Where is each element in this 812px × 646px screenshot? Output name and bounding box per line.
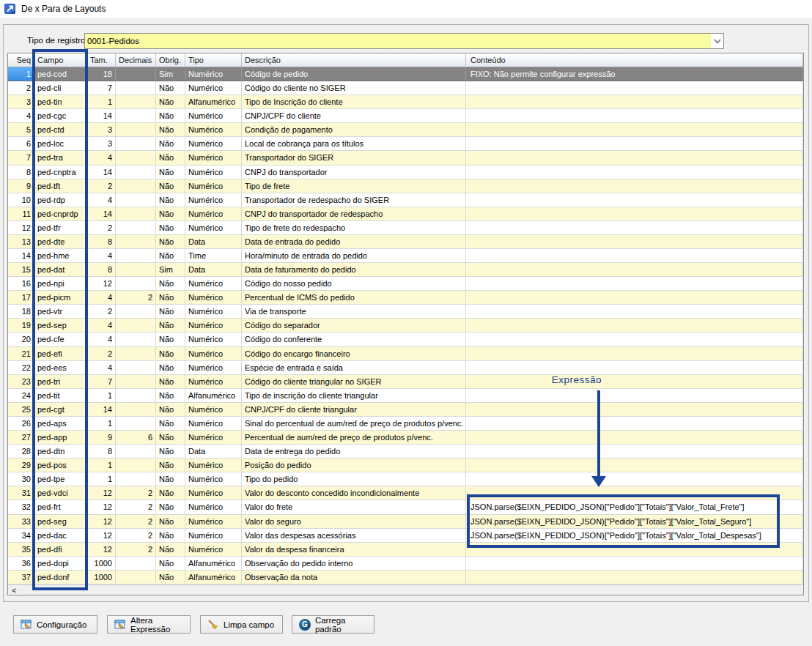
column-header-tipo[interactable]: Tipo (185, 53, 242, 67)
cell-tipo: Numérico (185, 305, 242, 319)
table-row[interactable]: 15ped-dat8SimDataData de faturamento do … (8, 263, 803, 277)
cell-seq: 5 (8, 123, 34, 137)
cell-obrig: Não (156, 472, 185, 486)
configuracao-button[interactable]: Configuração (13, 615, 97, 634)
table-row[interactable]: 27ped-app96NãoNuméricoPercentual de aum/… (8, 431, 803, 445)
table-row[interactable]: 28ped-dtn8NãoDataData de entrega do pedi… (8, 445, 803, 458)
table-row[interactable]: 21ped-efi2NãoNuméricoCódigo do encargo f… (8, 347, 803, 361)
cell-seq: 9 (8, 179, 34, 193)
chevron-down-icon (714, 39, 721, 44)
cell-seq: 35 (8, 543, 34, 557)
table-row[interactable]: 2ped-cli7NãoNuméricoCódigo do cliente no… (8, 81, 803, 95)
table-row[interactable]: 35ped-dfi122NãoNuméricoValor da despesa … (8, 543, 803, 557)
limpa-campo-button[interactable]: Limpa campo (200, 615, 283, 634)
table-row[interactable]: 7ped-tra4NãoNuméricoTransportador do SIG… (8, 151, 803, 165)
table-row[interactable]: 24ped-tit1NãoAlfanuméricoTipo de inscriç… (8, 389, 803, 403)
table-row[interactable]: 3ped-tin1NãoAlfanuméricoTipo de Inscriçã… (8, 95, 803, 109)
cell-obrig: Não (156, 81, 185, 95)
cell-tipo: Numérico (185, 458, 242, 472)
cell-obrig: Não (156, 277, 185, 291)
table-row[interactable]: 10ped-rdp4NãoNuméricoTransportador de re… (8, 193, 803, 207)
cell-descricao: Sinal do percentual de aum/red de preço … (242, 417, 466, 431)
table-row[interactable]: 23ped-tri7NãoNuméricoCódigo do cliente t… (8, 375, 803, 389)
cell-decimais (116, 305, 156, 319)
table-row[interactable]: 36ped-dopi1000NãoAlfanuméricoObservação … (8, 557, 803, 571)
column-header-seq[interactable]: Seq (8, 53, 34, 67)
cell-campo: ped-cfe (34, 333, 87, 346)
cell-obrig: Não (156, 529, 185, 543)
table-row[interactable]: 16ped-npi12NãoNuméricoCódigo do nosso pe… (8, 277, 803, 291)
table-row[interactable]: 32ped-frt122NãoNuméricoValor do freteJSO… (8, 500, 803, 514)
column-header-tam[interactable]: Tam. (87, 53, 116, 67)
cell-tam: 14 (87, 109, 116, 123)
table-row[interactable]: 4ped-cgc14NãoNuméricoCNPJ/CPF do cliente (8, 109, 803, 123)
table-row[interactable]: 30ped-tpe1NãoNuméricoTipo do pedido (8, 472, 803, 486)
cell-descricao: Valor do frete (242, 500, 466, 514)
cell-conteudo (466, 333, 803, 346)
table-row[interactable]: 34ped-dac122NãoNuméricoValor das despesa… (8, 529, 803, 543)
column-header-campo[interactable]: Campo (34, 53, 87, 67)
table-row[interactable]: 18ped-vtr2NãoNuméricoVia de transporte (8, 305, 803, 319)
cell-decimais (116, 263, 156, 277)
record-type-label: Tipo de registro (27, 36, 85, 45)
scroll-left-arrow-icon[interactable]: < (8, 586, 16, 595)
table-row[interactable]: 26ped-aps1NãoNuméricoSinal do percentual… (8, 417, 803, 431)
table-row[interactable]: 25ped-cgt14NãoNuméricoCNPJ/CPF do client… (8, 403, 803, 417)
cell-campo: ped-frt (34, 500, 87, 514)
column-header-descricao[interactable]: Descrição (242, 53, 466, 67)
cell-campo: ped-aps (34, 417, 87, 431)
table-row[interactable]: 14ped-hme4NãoTimeHora/minuto de entrada … (8, 249, 803, 263)
cell-seq: 31 (8, 486, 34, 500)
table-row[interactable]: 6ped-loc3NãoNuméricoLocal de cobrança pa… (8, 137, 803, 151)
table-row[interactable]: 29ped-pos1NãoNuméricoPosição do pedido (8, 458, 803, 472)
table-row[interactable]: 13ped-dte8NãoDataData de entrada do pedi… (8, 235, 803, 249)
table-row[interactable]: 37ped-donf1000NãoAlfanuméricoObservação … (8, 571, 803, 584)
table-row[interactable]: 19ped-sep4NãoNuméricoCódigo do separador (8, 319, 803, 333)
horizontal-scrollbar[interactable]: < (8, 584, 803, 595)
table-row[interactable]: 33ped-seg122NãoNuméricoValor do seguroJS… (8, 515, 803, 529)
column-header-conteudo[interactable]: Conteúdo (466, 53, 803, 67)
table-row[interactable]: 20ped-cfe4NãoNuméricoCódigo do conferent… (8, 333, 803, 346)
cell-obrig: Não (156, 389, 185, 403)
column-header-decimais[interactable]: Decimais (116, 53, 156, 67)
cell-obrig: Não (156, 95, 185, 109)
grid-body: 1ped-cod18SimNuméricoCódigo de pedidoFIX… (8, 67, 803, 584)
cell-seq: 15 (8, 263, 34, 277)
cell-seq: 33 (8, 515, 34, 529)
combo-dropdown-button[interactable] (711, 34, 723, 48)
cell-decimais (116, 361, 156, 375)
cell-seq: 1 (8, 67, 34, 81)
carrega-padrao-button[interactable]: G Carrega padrão (292, 615, 374, 634)
cell-tipo: Numérico (185, 375, 242, 389)
cell-seq: 2 (8, 81, 34, 95)
table-row[interactable]: 9ped-tft2NãoNuméricoTipo de frete (8, 179, 803, 193)
cell-decimais (116, 557, 156, 571)
table-row[interactable]: 11ped-cnprdp14NãoNuméricoCNPJ do transpo… (8, 207, 803, 221)
cell-tipo: Data (185, 235, 242, 249)
cell-tipo: Data (185, 445, 242, 458)
table-row[interactable]: 12ped-tfr2NãoNuméricoTipo de frete do re… (8, 221, 803, 235)
cell-tipo: Numérico (185, 319, 242, 333)
table-row[interactable]: 22ped-ees4NãoNuméricoEspécie de entrada … (8, 361, 803, 375)
carrega-padrao-button-label: Carrega padrão (315, 616, 374, 634)
table-row[interactable]: 31ped-vdci122NãoNuméricoValor do descont… (8, 486, 803, 500)
table-row[interactable]: 1ped-cod18SimNuméricoCódigo de pedidoFIX… (8, 67, 803, 81)
cell-descricao: Data de entrada do pedido (242, 235, 466, 249)
table-row[interactable]: 5ped-ctd3NãoNuméricoCondição de pagament… (8, 123, 803, 137)
cell-descricao: Via de transporte (242, 305, 466, 319)
cell-campo: ped-dac (34, 529, 87, 543)
record-type-select[interactable]: 0001-Pedidos (84, 33, 724, 49)
cell-seq: 4 (8, 109, 34, 123)
cell-decimais: 2 (116, 529, 156, 543)
cell-tam: 18 (87, 67, 116, 81)
cell-decimais (116, 472, 156, 486)
altera-expressao-button[interactable]: Altera Expressão (107, 615, 191, 634)
table-row[interactable]: 8ped-cnptra14NãoNuméricoCNPJ do transpor… (8, 166, 803, 179)
cell-seq: 29 (8, 458, 34, 472)
table-row[interactable]: 17ped-picm42NãoNuméricoPercentual de ICM… (8, 291, 803, 305)
cell-conteudo (466, 458, 803, 472)
cell-tipo: Numérico (185, 403, 242, 417)
cell-obrig: Não (156, 458, 185, 472)
column-header-obrig[interactable]: Obrig. (156, 53, 185, 67)
cell-decimais: 2 (116, 500, 156, 514)
